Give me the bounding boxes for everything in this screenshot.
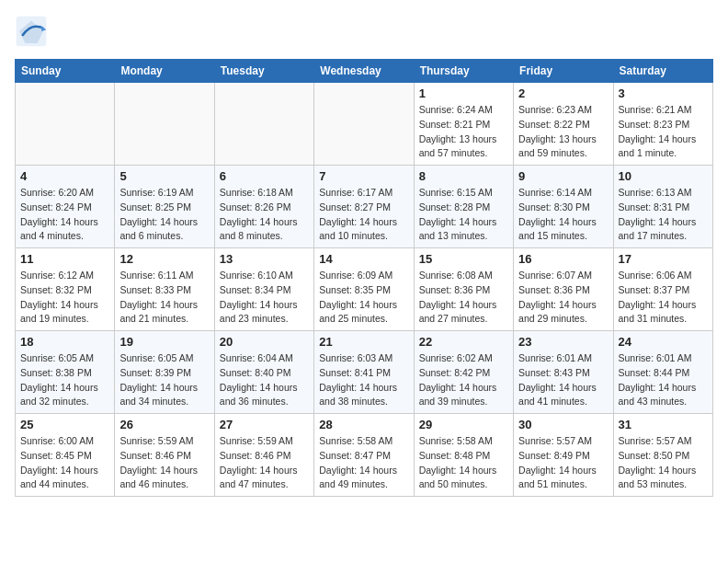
calendar-cell: 21Sunrise: 6:03 AMSunset: 8:41 PMDayligh… [314,331,414,414]
calendar-cell: 9Sunrise: 6:14 AMSunset: 8:30 PMDaylight… [514,166,613,248]
day-info: Sunrise: 6:02 AMSunset: 8:42 PMDaylight:… [419,351,508,409]
calendar-cell: 19Sunrise: 6:05 AMSunset: 8:39 PMDayligh… [115,331,214,414]
day-header-wednesday: Wednesday [314,60,414,83]
day-info: Sunrise: 6:10 AMSunset: 8:34 PMDaylight:… [220,269,309,327]
day-number: 8 [419,169,508,183]
calendar-cell: 7Sunrise: 6:17 AMSunset: 8:27 PMDaylight… [314,166,414,248]
day-number: 23 [518,335,608,349]
day-info: Sunrise: 5:57 AMSunset: 8:49 PMDaylight:… [518,434,608,492]
calendar-cell: 30Sunrise: 5:57 AMSunset: 8:49 PMDayligh… [514,414,613,497]
calendar-cell: 6Sunrise: 6:18 AMSunset: 8:26 PMDaylight… [214,166,313,248]
page: SundayMondayTuesdayWednesdayThursdayFrid… [0,0,728,511]
day-number: 22 [419,335,508,349]
calendar-cell: 8Sunrise: 6:15 AMSunset: 8:28 PMDaylight… [414,166,513,248]
day-number: 6 [220,169,309,183]
calendar-header-row: SundayMondayTuesdayWednesdayThursdayFrid… [16,60,713,83]
day-info: Sunrise: 6:06 AMSunset: 8:37 PMDaylight:… [619,269,708,327]
day-info: Sunrise: 6:13 AMSunset: 8:31 PMDaylight:… [619,186,708,244]
day-number: 18 [20,335,109,349]
calendar-cell [16,83,115,166]
calendar-cell: 22Sunrise: 6:02 AMSunset: 8:42 PMDayligh… [414,331,513,414]
day-number: 27 [220,418,309,431]
calendar-cell [314,83,414,166]
day-info: Sunrise: 6:15 AMSunset: 8:28 PMDaylight:… [419,186,508,244]
day-number: 16 [518,252,608,266]
day-number: 20 [220,335,309,349]
calendar-cell: 23Sunrise: 6:01 AMSunset: 8:43 PMDayligh… [514,331,613,414]
day-header-sunday: Sunday [16,60,115,83]
calendar-cell: 5Sunrise: 6:19 AMSunset: 8:25 PMDaylight… [115,166,214,248]
day-number: 9 [518,169,608,183]
calendar-week-row: 18Sunrise: 6:05 AMSunset: 8:38 PMDayligh… [16,331,713,414]
day-number: 2 [518,86,608,100]
day-number: 24 [619,335,708,349]
day-info: Sunrise: 6:24 AMSunset: 8:21 PMDaylight:… [419,103,508,161]
day-number: 3 [619,86,708,100]
day-info: Sunrise: 6:18 AMSunset: 8:26 PMDaylight:… [220,186,309,244]
day-number: 15 [419,252,508,266]
day-info: Sunrise: 6:20 AMSunset: 8:24 PMDaylight:… [20,186,109,244]
day-number: 17 [619,252,708,266]
day-number: 21 [319,335,408,349]
calendar-week-row: 1Sunrise: 6:24 AMSunset: 8:21 PMDaylight… [16,83,713,166]
day-info: Sunrise: 6:14 AMSunset: 8:30 PMDaylight:… [518,186,608,244]
calendar-cell: 27Sunrise: 5:59 AMSunset: 8:46 PMDayligh… [214,414,313,497]
calendar-week-row: 4Sunrise: 6:20 AMSunset: 8:24 PMDaylight… [16,166,713,248]
day-number: 11 [20,252,109,266]
day-number: 31 [619,418,708,431]
calendar-table: SundayMondayTuesdayWednesdayThursdayFrid… [15,59,713,497]
logo-icon [15,15,48,48]
day-number: 13 [220,252,309,266]
day-info: Sunrise: 6:17 AMSunset: 8:27 PMDaylight:… [319,186,408,244]
day-number: 19 [119,335,209,349]
calendar-cell: 3Sunrise: 6:21 AMSunset: 8:23 PMDaylight… [613,83,712,166]
calendar-cell: 20Sunrise: 6:04 AMSunset: 8:40 PMDayligh… [214,331,313,414]
calendar-cell: 12Sunrise: 6:11 AMSunset: 8:33 PMDayligh… [115,248,214,331]
calendar-cell: 31Sunrise: 5:57 AMSunset: 8:50 PMDayligh… [613,414,712,497]
day-info: Sunrise: 6:21 AMSunset: 8:23 PMDaylight:… [619,103,708,161]
calendar-cell: 15Sunrise: 6:08 AMSunset: 8:36 PMDayligh… [414,248,513,331]
day-info: Sunrise: 6:08 AMSunset: 8:36 PMDaylight:… [419,269,508,327]
calendar-cell: 28Sunrise: 5:58 AMSunset: 8:47 PMDayligh… [314,414,414,497]
day-header-tuesday: Tuesday [214,60,313,83]
calendar-cell: 14Sunrise: 6:09 AMSunset: 8:35 PMDayligh… [314,248,414,331]
day-info: Sunrise: 6:01 AMSunset: 8:43 PMDaylight:… [518,351,608,409]
calendar-cell: 16Sunrise: 6:07 AMSunset: 8:36 PMDayligh… [514,248,613,331]
day-info: Sunrise: 6:05 AMSunset: 8:38 PMDaylight:… [20,351,109,409]
calendar-cell: 11Sunrise: 6:12 AMSunset: 8:32 PMDayligh… [16,248,115,331]
day-info: Sunrise: 6:04 AMSunset: 8:40 PMDaylight:… [220,351,309,409]
calendar-cell: 2Sunrise: 6:23 AMSunset: 8:22 PMDaylight… [514,83,613,166]
header [15,15,713,48]
calendar-cell: 4Sunrise: 6:20 AMSunset: 8:24 PMDaylight… [16,166,115,248]
day-number: 30 [518,418,608,431]
day-number: 5 [119,169,209,183]
day-info: Sunrise: 6:05 AMSunset: 8:39 PMDaylight:… [119,351,209,409]
day-info: Sunrise: 6:11 AMSunset: 8:33 PMDaylight:… [119,269,209,327]
day-info: Sunrise: 6:23 AMSunset: 8:22 PMDaylight:… [518,103,608,161]
day-info: Sunrise: 6:07 AMSunset: 8:36 PMDaylight:… [518,269,608,327]
calendar-cell: 26Sunrise: 5:59 AMSunset: 8:46 PMDayligh… [115,414,214,497]
calendar-cell [115,83,214,166]
calendar-cell: 17Sunrise: 6:06 AMSunset: 8:37 PMDayligh… [613,248,712,331]
day-header-thursday: Thursday [414,60,513,83]
day-info: Sunrise: 5:59 AMSunset: 8:46 PMDaylight:… [119,434,209,492]
day-info: Sunrise: 5:59 AMSunset: 8:46 PMDaylight:… [220,434,309,492]
day-info: Sunrise: 6:09 AMSunset: 8:35 PMDaylight:… [319,269,408,327]
day-info: Sunrise: 6:01 AMSunset: 8:44 PMDaylight:… [619,351,708,409]
day-info: Sunrise: 6:19 AMSunset: 8:25 PMDaylight:… [119,186,209,244]
day-number: 1 [419,86,508,100]
calendar-cell [214,83,313,166]
day-header-saturday: Saturday [613,60,712,83]
day-number: 10 [619,169,708,183]
day-info: Sunrise: 6:00 AMSunset: 8:45 PMDaylight:… [20,434,109,492]
day-number: 14 [319,252,408,266]
day-info: Sunrise: 6:12 AMSunset: 8:32 PMDaylight:… [20,269,109,327]
day-header-friday: Friday [514,60,613,83]
calendar-week-row: 25Sunrise: 6:00 AMSunset: 8:45 PMDayligh… [16,414,713,497]
calendar-cell: 18Sunrise: 6:05 AMSunset: 8:38 PMDayligh… [16,331,115,414]
day-info: Sunrise: 5:58 AMSunset: 8:48 PMDaylight:… [419,434,508,492]
day-number: 26 [119,418,209,431]
day-info: Sunrise: 5:57 AMSunset: 8:50 PMDaylight:… [619,434,708,492]
calendar-cell: 1Sunrise: 6:24 AMSunset: 8:21 PMDaylight… [414,83,513,166]
calendar-cell: 24Sunrise: 6:01 AMSunset: 8:44 PMDayligh… [613,331,712,414]
